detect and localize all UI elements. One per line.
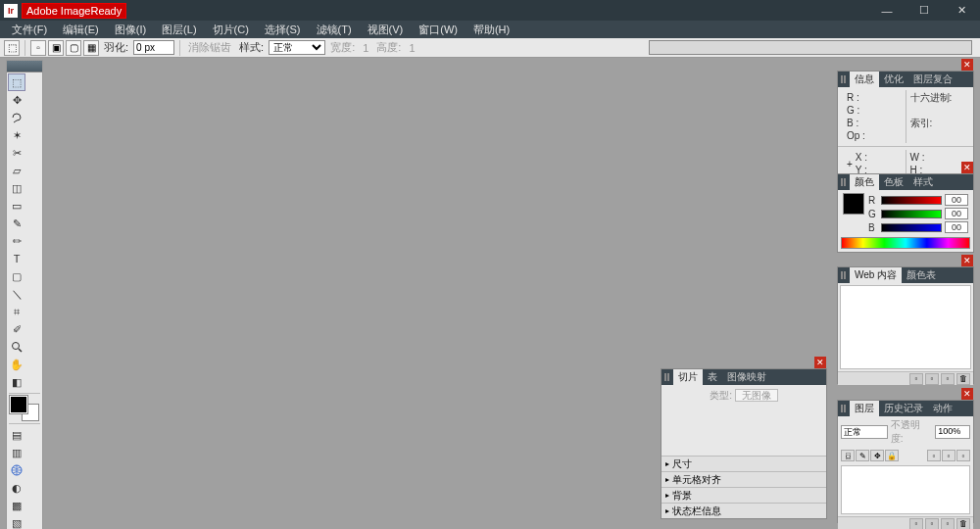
tool-brush[interactable]: ✎	[8, 215, 25, 232]
tab-layercomp[interactable]: 图层复合	[908, 72, 957, 87]
menu-slice[interactable]: 切片(C)	[205, 21, 257, 39]
tool-hand[interactable]: ✋	[8, 356, 25, 373]
tab-slice[interactable]: 切片	[673, 369, 703, 385]
tab-table[interactable]: 表	[703, 369, 722, 385]
tab-actions[interactable]: 动作	[928, 401, 957, 416]
panel-close-icon[interactable]: ✕	[814, 357, 826, 368]
section-background[interactable]: 背景	[662, 487, 826, 503]
close-button[interactable]: ✕	[943, 0, 980, 21]
tool-zoom[interactable]	[8, 338, 25, 356]
slider-b[interactable]: B 00	[868, 220, 968, 234]
style-select[interactable]: 正常	[269, 40, 325, 55]
tool-jump-ps[interactable]: ◐	[8, 479, 25, 497]
maximize-button[interactable]: ☐	[906, 0, 943, 21]
footer-icon[interactable]: ▫	[925, 373, 939, 385]
footer-icon[interactable]: ▫	[909, 373, 923, 385]
unify-icon[interactable]: ▫	[942, 450, 956, 461]
tool-eraser[interactable]: ◧	[8, 373, 25, 391]
color-swatches[interactable]	[8, 396, 41, 421]
panel-close-icon[interactable]: ✕	[961, 388, 973, 400]
menu-layer[interactable]: 图层(L)	[154, 21, 204, 39]
menu-select[interactable]: 选择(S)	[257, 21, 309, 39]
minimize-button[interactable]: —	[868, 0, 906, 21]
marquee-mode-icon[interactable]: ⬚	[4, 40, 20, 56]
unify-icon[interactable]: ▫	[956, 450, 970, 461]
menu-view[interactable]: 视图(V)	[360, 21, 412, 39]
slider-r[interactable]: R 00	[868, 193, 968, 207]
section-size[interactable]: 尺寸	[662, 456, 826, 471]
panel-close-icon[interactable]: ✕	[961, 162, 973, 173]
slider-g[interactable]: G 00	[868, 207, 968, 220]
selection-new-icon[interactable]: ▫	[30, 40, 46, 56]
app-logo: Ir	[4, 4, 18, 18]
tool-shape[interactable]: ▢	[8, 267, 25, 285]
tab-color-table[interactable]: 颜色表	[902, 267, 941, 283]
tab-imagemap[interactable]: 图像映射	[722, 369, 771, 385]
tool-pencil[interactable]: ✏	[8, 232, 25, 250]
menu-window[interactable]: 窗口(W)	[411, 21, 466, 39]
lock-pixel-icon[interactable]: ✎	[856, 450, 869, 461]
new-layer-icon[interactable]: ▫	[941, 518, 955, 530]
menu-filter[interactable]: 滤镜(T)	[309, 21, 360, 39]
selection-subtract-icon[interactable]: ▢	[66, 40, 81, 56]
layers-locks: ⌼ ✎ ✥ 🔒 ▫ ▫ ▫	[838, 448, 973, 463]
tab-history[interactable]: 历史记录	[879, 401, 928, 416]
selection-add-icon[interactable]: ▣	[48, 40, 64, 56]
section-statusbar[interactable]: 状态栏信息	[662, 503, 826, 518]
tool-preview-toggle[interactable]: ▤	[8, 426, 25, 444]
footer-icon[interactable]: ▫	[941, 373, 955, 385]
section-cell-align[interactable]: 单元格对齐	[662, 471, 826, 487]
lock-link-icon[interactable]: ⌼	[841, 450, 855, 461]
info-index: 索引:	[910, 117, 965, 129]
tab-swatches[interactable]: 色板	[879, 174, 908, 190]
slice-type-select[interactable]: 无图像	[735, 389, 778, 402]
svg-line-1	[19, 349, 22, 352]
opacity-value[interactable]: 100%	[935, 425, 970, 439]
blend-mode-select[interactable]: 正常	[841, 425, 888, 439]
tool-jump-edit[interactable]: ▧	[8, 514, 25, 529]
tool-preview-document[interactable]: ▥	[8, 444, 25, 461]
lock-move-icon[interactable]: ✥	[870, 450, 884, 461]
menu-edit[interactable]: 编辑(E)	[55, 21, 107, 39]
panel-close-icon[interactable]: ✕	[961, 59, 973, 71]
tab-layers[interactable]: 图层	[850, 401, 879, 416]
tool-jump-other[interactable]: ▩	[8, 497, 25, 514]
tab-web-content[interactable]: Web 内容	[850, 267, 902, 283]
menu-image[interactable]: 图像(I)	[107, 21, 154, 39]
tab-info[interactable]: 信息	[850, 72, 879, 87]
tool-map[interactable]: ◫	[8, 179, 25, 197]
tool-crop[interactable]: ⌗	[8, 303, 25, 320]
tool-eyedropper[interactable]: ✐	[8, 320, 25, 338]
toolbox-extras: ▤ ▥ ◐ ▩ ▧	[7, 425, 42, 529]
tool-marquee[interactable]: ⬚	[8, 73, 25, 91]
footer-icon[interactable]: ▫	[909, 518, 923, 530]
tool-lasso[interactable]	[8, 109, 25, 126]
footer-icon[interactable]: ▫	[925, 518, 939, 530]
foreground-color[interactable]	[10, 396, 27, 413]
lock-all-icon[interactable]: 🔒	[885, 450, 899, 461]
color-swatch-current[interactable]	[843, 193, 864, 215]
trash-icon[interactable]: 🗑	[956, 373, 970, 385]
trash-icon[interactable]: 🗑	[956, 518, 970, 530]
spectrum-ramp[interactable]	[841, 237, 970, 249]
tab-color[interactable]: 颜色	[850, 174, 879, 190]
toolbox-header[interactable]	[7, 61, 42, 72]
tool-slice[interactable]: ✂	[8, 144, 25, 162]
tool-preview-browser[interactable]	[8, 461, 25, 479]
feather-input[interactable]	[133, 40, 174, 55]
panel-close-icon[interactable]: ✕	[961, 255, 973, 266]
tool-move[interactable]: ✥	[8, 91, 25, 109]
menu-file[interactable]: 文件(F)	[4, 21, 55, 39]
unify-icon[interactable]: ▫	[927, 450, 941, 461]
tool-type[interactable]: T	[8, 250, 25, 267]
style-label: 样式:	[236, 40, 267, 55]
tool-wand[interactable]: ✶	[8, 126, 25, 144]
tab-styles[interactable]: 样式	[908, 174, 938, 190]
selection-intersect-icon[interactable]: ▦	[83, 40, 99, 56]
slice-panel-tabs: 切片 表 图像映射	[662, 369, 826, 385]
tool-line[interactable]: ＼	[8, 285, 25, 303]
tab-optimize[interactable]: 优化	[879, 72, 908, 87]
menu-help[interactable]: 帮助(H)	[466, 21, 517, 39]
tool-map-select[interactable]: ▭	[8, 197, 25, 215]
tool-slice-select[interactable]: ▱	[8, 162, 25, 179]
